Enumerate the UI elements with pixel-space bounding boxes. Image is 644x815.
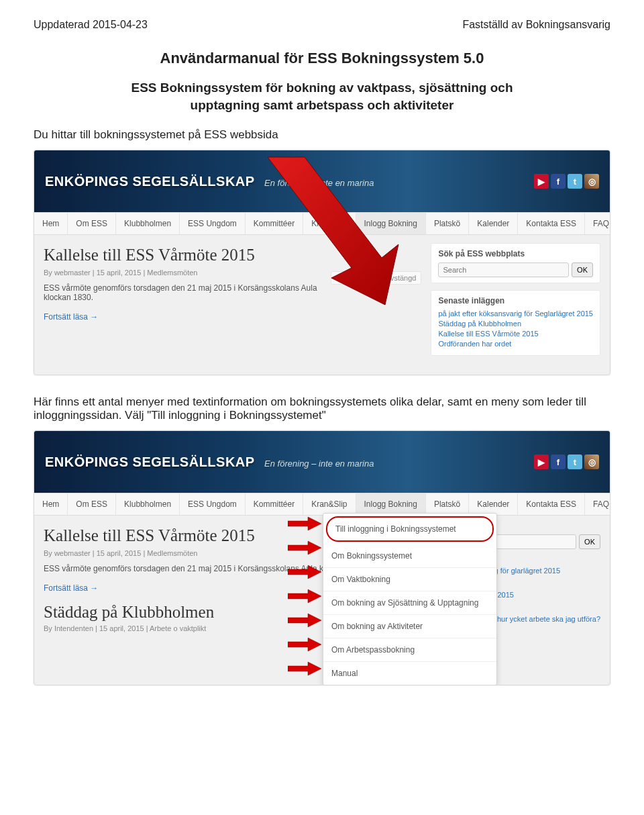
recent-link[interactable]: Kallelse till ESS Vårmöte 2015	[438, 330, 593, 338]
dropdown-item-inloggning[interactable]: Till inloggning i Bokningssystemet	[326, 516, 494, 542]
dropdown-item-sjosattning[interactable]: Om bokning av Sjösättning & Upptagning	[323, 591, 496, 615]
nav-platsko[interactable]: Platskö	[426, 493, 469, 515]
facebook-icon[interactable]: f	[551, 174, 566, 189]
site-tagline: En förening – inte en marina	[264, 459, 374, 469]
site-name: ENKÖPINGS SEGELSÄLLSKAP	[45, 454, 255, 469]
svg-marker-7	[288, 662, 321, 675]
doc-header-right: Fastställd av Bokningsansvarig	[462, 19, 610, 31]
nav-faq[interactable]: FAQ	[585, 493, 610, 515]
nav-platsko[interactable]: Platskö	[426, 213, 469, 234]
twitter-icon[interactable]: t	[568, 174, 582, 189]
read-more-link[interactable]: Fortsätt läsa →	[44, 583, 98, 593]
comment-off: Kommentering avstängd	[331, 271, 421, 285]
nav-kontakta[interactable]: Kontakta ESS	[518, 213, 585, 234]
nav-kalender[interactable]: Kalender	[469, 213, 518, 234]
recent-link[interactable]: Ordföranden har ordet	[438, 340, 593, 348]
post-body: ESS vårmöte genomförs torsdagen den 21 m…	[44, 283, 421, 302]
screenshot-1: ENKÖPINGS SEGELSÄLLSKAP En förening – in…	[34, 150, 610, 375]
inlogg-dropdown: Till inloggning i Bokningssystemet Om Bo…	[323, 513, 497, 685]
nav-kommitteer[interactable]: Kommittéer	[246, 213, 303, 234]
intro-line: Du hittar till bokningssystemet på ESS w…	[34, 128, 610, 142]
nav-kran-slip[interactable]: Kran&Slip	[303, 493, 356, 515]
nav-om-ess[interactable]: Om ESS	[68, 493, 116, 515]
site-tagline: En förening – inte en marina	[264, 178, 374, 188]
search-button[interactable]: OK	[572, 262, 593, 277]
nav-kommitteer[interactable]: Kommittéer	[246, 493, 303, 515]
site-name: ENKÖPINGS SEGELSÄLLSKAP	[45, 174, 255, 189]
nav-kontakta[interactable]: Kontakta ESS	[518, 493, 585, 515]
recent-link[interactable]: Städdag på Klubbholmen	[438, 320, 593, 328]
nav-klubbholmen[interactable]: Klubbholmen	[116, 213, 180, 234]
nav-hem[interactable]: Hem	[34, 493, 68, 515]
dropdown-item-arbetspass[interactable]: Om Arbetspassbokning	[323, 638, 496, 662]
nav-om-ess[interactable]: Om ESS	[68, 213, 116, 234]
nav-ungdom[interactable]: ESS Ungdom	[180, 493, 246, 515]
search-button[interactable]: OK	[579, 534, 600, 549]
nav-kran-slip[interactable]: Kran&Slip	[303, 213, 356, 234]
instagram-icon[interactable]: ◎	[584, 454, 599, 469]
nav-bar: Hem Om ESS Klubbholmen ESS Ungdom Kommit…	[34, 493, 610, 516]
recent-heading: Senaste inläggen	[438, 296, 593, 305]
doc-title: Användarmanual för ESS Bokningssystem 5.…	[34, 50, 610, 67]
nav-hem[interactable]: Hem	[34, 213, 68, 234]
doc-subtitle: ESS Bokningssystem för bokning av vaktpa…	[107, 79, 537, 113]
social-icons: ▶ f t ◎	[534, 454, 599, 469]
search-input[interactable]	[438, 262, 569, 277]
nav-inlogg-bokning[interactable]: Inlogg Bokning	[356, 493, 426, 515]
youtube-icon[interactable]: ▶	[534, 454, 549, 469]
nav-ungdom[interactable]: ESS Ungdom	[180, 213, 246, 234]
search-heading: Sök på ESS webbplats	[438, 249, 593, 258]
mid-paragraph: Här finns ett antal menyer med textinfor…	[34, 395, 610, 422]
nav-klubbholmen[interactable]: Klubbholmen	[116, 493, 180, 515]
dropdown-item-vaktbokning[interactable]: Om Vaktbokning	[323, 568, 496, 591]
social-icons: ▶ f t ◎	[534, 174, 599, 189]
nav-kalender[interactable]: Kalender	[469, 493, 518, 515]
read-more-link[interactable]: Fortsätt läsa →	[44, 312, 98, 322]
recent-link[interactable]: på jakt efter köksansvarig för Seglarläg…	[438, 309, 593, 318]
dropdown-item-aktiviteter[interactable]: Om bokning av Aktiviteter	[323, 615, 496, 638]
nav-bar: Hem Om ESS Klubbholmen ESS Ungdom Kommit…	[34, 212, 610, 235]
search-widget: Sök på ESS webbplats OK	[431, 243, 600, 283]
screenshot-2: ENKÖPINGS SEGELSÄLLSKAP En förening – in…	[34, 430, 610, 685]
doc-header-left: Uppdaterad 2015-04-23	[34, 19, 148, 31]
recent-posts-widget: Senaste inläggen på jakt efter köksansva…	[431, 290, 600, 356]
post-title: Kallelse till ESS Vårmöte 2015	[44, 246, 421, 265]
youtube-icon[interactable]: ▶	[534, 174, 549, 189]
instagram-icon[interactable]: ◎	[584, 174, 599, 189]
dropdown-item-om-system[interactable]: Om Bokningssystemet	[323, 544, 496, 568]
nav-inlogg-bokning[interactable]: Inlogg Bokning	[356, 213, 426, 234]
twitter-icon[interactable]: t	[568, 454, 582, 469]
dropdown-item-manual[interactable]: Manual	[323, 662, 496, 685]
nav-faq[interactable]: FAQ	[585, 213, 610, 234]
facebook-icon[interactable]: f	[551, 454, 566, 469]
